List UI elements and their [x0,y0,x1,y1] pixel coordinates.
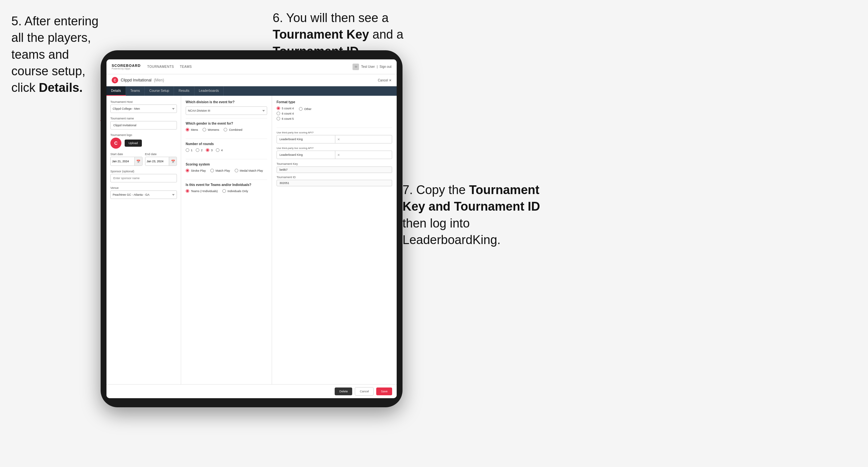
format-panel: Format type 5 count 4 6 count 4 6 count … [272,96,397,384]
scoring-radio-group: Stroke Play Match Play Medal Match Play [186,169,267,172]
gender-label: Which gender is the event for? [186,122,267,125]
save-button[interactable]: Save [376,387,392,395]
tournament-host-select[interactable]: Clippd College - Men [111,104,177,113]
tournament-id-label: Tournament ID [277,176,392,179]
teams-plus-individuals[interactable]: Teams (+Individuals) [186,189,218,193]
nav-link-tournaments[interactable]: TOURNAMENTS [147,65,174,68]
start-date-input[interactable] [111,157,134,165]
venue-group: Venue Peachtree GC - Atlanta - GA [111,186,177,199]
sub-header-logo: C [112,77,118,84]
format-other[interactable]: Other [299,107,312,111]
annotation-left: 5. After entering all the players, teams… [11,13,105,96]
tab-teams[interactable]: Teams [126,86,145,96]
gender-mens[interactable]: Mens [186,128,198,131]
end-date-label: End date [145,153,177,156]
upload-button[interactable]: Upload [125,139,142,147]
gender-womens[interactable]: Womens [203,128,219,131]
tablet-screen: SCOREBOARD Powered by clippd TOURNAMENTS… [106,59,397,398]
format-6count4[interactable]: 6 count 4 [277,112,294,115]
nav-user: Test User [361,65,375,68]
nav-separator: | [377,65,378,68]
scoring-medal-match[interactable]: Medal Match Play [235,169,263,172]
sub-header-title: Clippd Invitational (Men) [121,78,164,83]
rounds-1[interactable]: 1 [186,148,192,152]
third-party-1-clear[interactable]: ✕ [335,135,392,143]
format-5count4[interactable]: 5 count 4 [277,106,294,110]
cancel-button-top[interactable]: Cancel ✕ [378,79,392,82]
format-options-row: 5 count 4 6 count 4 6 count 5 Oth [277,106,392,124]
logo-upload: C Upload [111,137,177,149]
venue-select[interactable]: Peachtree GC - Atlanta - GA [111,190,177,199]
tab-results[interactable]: Results [174,86,194,96]
tournament-logo-group: Tournament logo C Upload [111,133,177,149]
tournament-key-section: Tournament Key be9b7 [277,162,392,173]
division-select[interactable]: NCAA Division III [186,106,267,115]
tournament-name-label: Tournament name [111,117,177,120]
tab-leaderboards[interactable]: Leaderboards [194,86,224,96]
rounds-4[interactable]: 4 [216,148,223,152]
tournament-host-group: Tournament Host Clippd College - Men [111,100,177,113]
division-label: Which division is the event for? [186,100,267,104]
start-date-label: Start date [111,153,143,156]
gender-combined[interactable]: Combined [224,128,242,131]
scoring-match[interactable]: Match Play [210,169,230,172]
left-panel: Tournament Host Clippd College - Men Tou… [106,96,181,384]
end-date-input[interactable] [146,157,169,165]
sponsor-group: Sponsor (optional) [111,170,177,182]
venue-label: Venue [111,186,177,189]
tournament-name-group: Tournament name [111,117,177,129]
scoring-section: Scoring system Stroke Play Match Play Me… [186,163,267,180]
nav-avatar: SI [352,64,359,70]
start-date-wrapper: 📅 [111,157,143,166]
nav-link-teams[interactable]: TEAMS [180,65,192,68]
brand-title: SCOREBOARD [112,64,141,67]
tabs-bar: Details Teams Course Setup Results Leade… [106,86,397,96]
tournament-id-value: 302051 [277,180,392,186]
start-date-icon[interactable]: 📅 [134,157,142,165]
nav-bar: SCOREBOARD Powered by clippd TOURNAMENTS… [106,59,397,74]
scoring-label: Scoring system [186,163,267,166]
nav-brand: SCOREBOARD Powered by clippd [112,64,141,70]
third-party-2-group: Use third-party live scoring API? Leader… [277,147,392,159]
tournament-id-section: Tournament ID 302051 [277,176,392,186]
gender-section: Which gender is the event for? Mens Wome… [186,122,267,139]
sponsor-input[interactable] [111,174,177,182]
tournament-key-value: be9b7 [277,166,392,173]
format-type-section: Format type 5 count 4 6 count 4 6 count … [277,100,392,128]
nav-right: SI Test User | Sign out [352,64,392,70]
sponsor-label: Sponsor (optional) [111,170,177,173]
teams-radio-group: Teams (+Individuals) Individuals Only [186,189,267,193]
end-date-wrapper: 📅 [145,157,177,166]
third-party-1-label: Use third-party live scoring API? [277,131,392,134]
third-party-2-clear[interactable]: ✕ [335,151,392,159]
third-party-1-input: Leaderboard King ✕ [277,135,392,144]
dates-group: Start date 📅 End date 📅 [111,153,177,166]
cancel-button-bottom[interactable]: Cancel [355,387,374,396]
teams-section: Is this event for Teams and/or Individua… [186,183,267,200]
date-row: Start date 📅 End date 📅 [111,153,177,166]
third-party-1-value: Leaderboard King [277,137,335,141]
tournament-key-label: Tournament Key [277,162,392,165]
gender-radio-group: Mens Womens Combined [186,128,267,131]
rounds-3[interactable]: 3 [206,148,213,152]
rounds-radio-group: 1 2 3 4 [186,148,267,152]
nav-signout[interactable]: Sign out [379,65,392,68]
bottom-bar: Delete Cancel Save [106,384,397,398]
individuals-only[interactable]: Individuals Only [222,189,248,193]
tournament-name-input[interactable] [111,121,177,129]
rounds-2[interactable]: 2 [196,148,203,152]
tab-course-setup[interactable]: Course Setup [145,86,174,96]
format-type-label: Format type [277,100,392,104]
end-date-group: End date 📅 [145,153,177,166]
end-date-icon[interactable]: 📅 [169,157,177,165]
delete-button[interactable]: Delete [335,387,352,395]
tab-details[interactable]: Details [106,86,126,96]
format-6count5[interactable]: 6 count 5 [277,117,294,120]
scoring-stroke[interactable]: Stroke Play [186,169,206,172]
format-other-group: Other [299,106,312,124]
tournament-host-label: Tournament Host [111,100,177,103]
rounds-label: Number of rounds [186,142,267,146]
third-party-2-value: Leaderboard King [277,153,335,156]
brand-sub: Powered by clippd [112,67,141,70]
logo-circle: C [111,137,121,149]
